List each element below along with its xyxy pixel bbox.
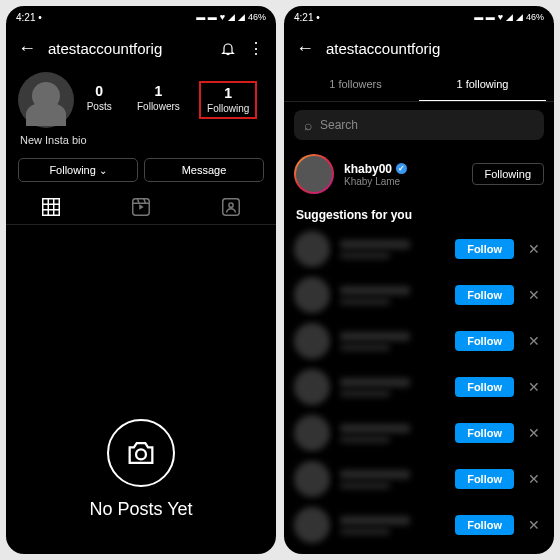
- user-name-col: khaby00 ✓ Khaby Lame: [344, 162, 462, 187]
- suggestion-row[interactable]: Follow✕: [284, 364, 554, 410]
- tab-followers[interactable]: 1 followers: [292, 68, 419, 101]
- suggestion-row[interactable]: Follow✕: [284, 502, 554, 548]
- suggestions-header: Suggestions for you: [284, 200, 554, 226]
- profile-actions: Following Message: [6, 152, 276, 188]
- following-user-row[interactable]: khaby00 ✓ Khaby Lame Following: [284, 148, 554, 200]
- empty-state: No Posts Yet: [6, 225, 276, 554]
- suggestion-avatar[interactable]: [294, 415, 330, 451]
- dismiss-icon[interactable]: ✕: [524, 287, 544, 303]
- content-tabs: [6, 188, 276, 225]
- clock: 4:21 •: [294, 12, 320, 23]
- dismiss-icon[interactable]: ✕: [524, 379, 544, 395]
- suggestion-row[interactable]: Follow✕: [284, 456, 554, 502]
- dismiss-icon[interactable]: ✕: [524, 241, 544, 257]
- clock: 4:21 •: [16, 12, 42, 23]
- suggestion-text: [340, 470, 445, 489]
- suggestions-list: Follow✕Follow✕Follow✕Follow✕Follow✕Follo…: [284, 226, 554, 548]
- suggestion-text: [340, 332, 445, 351]
- menu-icon[interactable]: [248, 39, 264, 58]
- suggestion-avatar[interactable]: [294, 277, 330, 313]
- follow-button[interactable]: Follow: [455, 469, 514, 489]
- follow-button[interactable]: Follow: [455, 239, 514, 259]
- search-input[interactable]: Search: [294, 110, 544, 140]
- profile-stats: 0 Posts 1 Followers 1 Following: [74, 81, 264, 119]
- profile-screen: 4:21 • ▬ ▬♥◢◢46% atestaccountforig 0 Pos…: [6, 6, 276, 554]
- profile-header: 0 Posts 1 Followers 1 Following: [6, 68, 276, 128]
- notifications-icon[interactable]: [220, 40, 236, 56]
- suggestion-avatar[interactable]: [294, 231, 330, 267]
- suggestion-text: [340, 286, 445, 305]
- following-screen: 4:21 • ▬ ▬♥◢◢46% atestaccountforig 1 fol…: [284, 6, 554, 554]
- user-name: khaby00 ✓: [344, 162, 462, 176]
- back-icon[interactable]: [18, 38, 36, 59]
- camera-icon: [107, 419, 175, 487]
- tagged-tab-icon[interactable]: [220, 196, 242, 218]
- follow-button[interactable]: Follow: [455, 377, 514, 397]
- follow-button[interactable]: Follow: [455, 515, 514, 535]
- suggestion-text: [340, 240, 445, 259]
- message-button[interactable]: Message: [144, 158, 264, 182]
- profile-bio: New Insta bio: [6, 128, 276, 152]
- suggestion-avatar[interactable]: [294, 507, 330, 543]
- tab-following[interactable]: 1 following: [419, 68, 546, 101]
- reels-tab-icon[interactable]: [130, 196, 152, 218]
- suggestion-text: [340, 516, 445, 535]
- back-icon[interactable]: [296, 38, 314, 59]
- stat-followers[interactable]: 1 Followers: [131, 81, 186, 119]
- following-button[interactable]: Following: [18, 158, 138, 182]
- suggestion-row[interactable]: Follow✕: [284, 226, 554, 272]
- suggestion-avatar[interactable]: [294, 369, 330, 405]
- avatar[interactable]: [18, 72, 74, 128]
- suggestion-text: [340, 378, 445, 397]
- profile-navbar: atestaccountforig: [6, 28, 276, 68]
- status-bar: 4:21 • ▬ ▬♥◢◢46%: [6, 6, 276, 28]
- verified-icon: ✓: [396, 163, 407, 174]
- suggestion-row[interactable]: Follow✕: [284, 272, 554, 318]
- suggestion-avatar[interactable]: [294, 461, 330, 497]
- following-username: atestaccountforig: [326, 40, 542, 57]
- follow-button[interactable]: Follow: [455, 423, 514, 443]
- suggestion-text: [340, 424, 445, 443]
- following-toggle-button[interactable]: Following: [472, 163, 544, 185]
- suggestion-avatar[interactable]: [294, 323, 330, 359]
- search-icon: [304, 117, 312, 133]
- svg-point-2: [229, 203, 233, 207]
- suggestion-row[interactable]: Follow✕: [284, 410, 554, 456]
- dismiss-icon[interactable]: ✕: [524, 425, 544, 441]
- search-placeholder: Search: [320, 118, 358, 132]
- status-indicators: ▬ ▬♥◢◢46%: [474, 12, 544, 22]
- user-subtitle: Khaby Lame: [344, 176, 462, 187]
- svg-point-3: [136, 449, 146, 459]
- user-avatar[interactable]: [294, 154, 334, 194]
- stat-following[interactable]: 1 Following: [199, 81, 257, 119]
- status-bar: 4:21 • ▬ ▬♥◢◢46%: [284, 6, 554, 28]
- empty-title: No Posts Yet: [89, 499, 192, 520]
- status-indicators: ▬ ▬♥◢◢46%: [196, 12, 266, 22]
- follow-tabs: 1 followers 1 following: [284, 68, 554, 102]
- dismiss-icon[interactable]: ✕: [524, 517, 544, 533]
- grid-tab-icon[interactable]: [40, 196, 62, 218]
- follow-button[interactable]: Follow: [455, 331, 514, 351]
- following-navbar: atestaccountforig: [284, 28, 554, 68]
- dismiss-icon[interactable]: ✕: [524, 333, 544, 349]
- profile-username: atestaccountforig: [48, 40, 208, 57]
- dismiss-icon[interactable]: ✕: [524, 471, 544, 487]
- follow-button[interactable]: Follow: [455, 285, 514, 305]
- suggestion-row[interactable]: Follow✕: [284, 318, 554, 364]
- stat-posts[interactable]: 0 Posts: [81, 81, 118, 119]
